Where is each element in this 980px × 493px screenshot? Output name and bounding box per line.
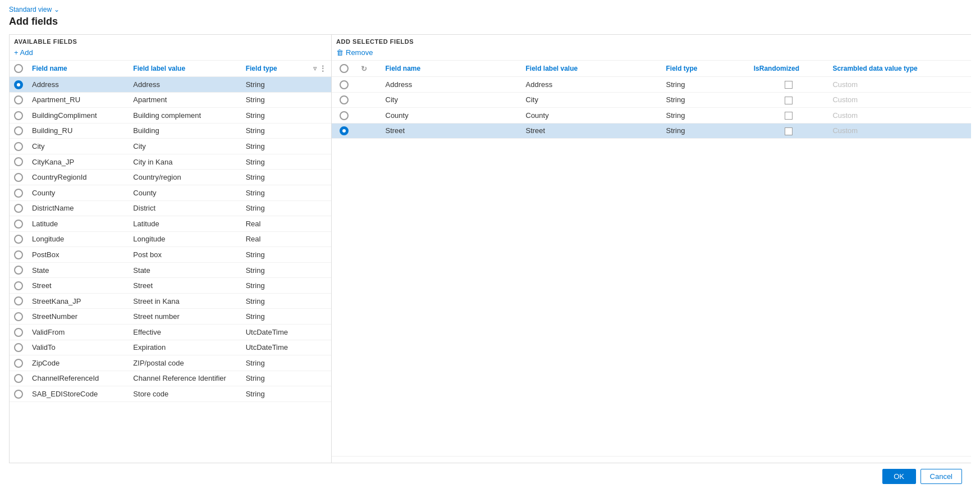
- left-row-radio-cell: [10, 170, 28, 185]
- left-row-radio-cell: [10, 293, 28, 309]
- left-row-fieldname: ValidFrom: [28, 325, 129, 340]
- left-row-fieldlabel: State: [129, 262, 241, 278]
- panels-container: AVAILABLE FIELDS + Add: [9, 34, 971, 463]
- left-row-fieldname: County: [28, 185, 129, 200]
- left-row-radio[interactable]: [14, 80, 23, 89]
- left-row-radio[interactable]: [14, 204, 23, 213]
- left-row-radio[interactable]: [14, 126, 23, 135]
- right-table-row[interactable]: County County String Custom: [332, 108, 971, 124]
- left-row-radio[interactable]: [14, 220, 23, 229]
- right-row-radio[interactable]: [340, 111, 349, 120]
- right-row-fieldlabel: Street: [521, 123, 662, 139]
- refresh-icon[interactable]: ↻: [361, 65, 367, 73]
- more-icon[interactable]: ⋮: [319, 64, 327, 73]
- right-scrollbar[interactable]: [332, 456, 971, 463]
- left-row-fieldtype: String: [241, 278, 309, 294]
- left-row-radio[interactable]: [14, 312, 23, 321]
- left-table-row[interactable]: State State String: [10, 262, 331, 278]
- left-row-fieldname: ZipCode: [28, 355, 129, 371]
- left-row-radio[interactable]: [14, 157, 23, 166]
- left-row-radio[interactable]: [14, 328, 23, 337]
- filter-icon[interactable]: ▿: [313, 65, 317, 72]
- left-row-actions: [309, 231, 331, 247]
- left-row-radio[interactable]: [14, 296, 23, 305]
- remove-button[interactable]: 🗑 Remove: [336, 48, 373, 57]
- right-select-all-radio[interactable]: [340, 64, 349, 73]
- right-row-isrand-checkbox[interactable]: [785, 81, 793, 89]
- right-col-fieldname-header: Field name: [381, 61, 521, 77]
- right-row-refresh-cell: [356, 123, 381, 139]
- right-row-radio[interactable]: [340, 80, 349, 89]
- right-row-isrand-checkbox[interactable]: [785, 112, 793, 120]
- right-row-fieldname: County: [381, 108, 521, 124]
- right-row-fieldlabel: Address: [521, 77, 662, 93]
- left-table-row[interactable]: Address Address String: [10, 77, 331, 93]
- left-row-fieldtype: String: [241, 293, 309, 309]
- left-row-radio[interactable]: [14, 266, 23, 275]
- left-row-fieldlabel: District: [129, 200, 241, 216]
- left-row-radio-cell: [10, 278, 28, 294]
- cancel-button[interactable]: Cancel: [921, 469, 962, 484]
- right-row-scramtype: Custom: [828, 77, 968, 93]
- left-table-row[interactable]: Latitude Latitude Real: [10, 216, 331, 232]
- left-table-row[interactable]: SAB_EDIStoreCode Store code String: [10, 386, 331, 402]
- left-table-row[interactable]: CityKana_JP City in Kana String: [10, 154, 331, 170]
- left-table-row[interactable]: PostBox Post box String: [10, 247, 331, 263]
- left-table-row[interactable]: BuildingCompliment Building complement S…: [10, 108, 331, 124]
- left-table-row[interactable]: Apartment_RU Apartment String: [10, 92, 331, 108]
- view-switcher[interactable]: Standard view ⌄: [9, 6, 971, 13]
- right-row-isrand-checkbox[interactable]: [785, 127, 793, 135]
- left-row-radio[interactable]: [14, 390, 23, 399]
- select-all-radio[interactable]: [14, 64, 23, 73]
- right-row-scramval: [968, 92, 971, 108]
- left-row-actions: [309, 325, 331, 340]
- right-row-radio[interactable]: [340, 126, 349, 135]
- left-row-radio-cell: [10, 154, 28, 170]
- left-table-row[interactable]: CountryRegionId Country/region String: [10, 170, 331, 185]
- left-table-row[interactable]: County County String: [10, 185, 331, 200]
- left-row-radio-cell: [10, 325, 28, 340]
- right-row-fieldname: Street: [381, 123, 521, 139]
- left-table-row[interactable]: Building_RU Building String: [10, 123, 331, 139]
- left-table-row[interactable]: ZipCode ZIP/postal code String: [10, 355, 331, 371]
- left-table-row[interactable]: StreetKana_JP Street in Kana String: [10, 293, 331, 309]
- left-table-row[interactable]: Longitude Longitude Real: [10, 231, 331, 247]
- left-table-row[interactable]: City City String: [10, 139, 331, 154]
- left-table-row[interactable]: ValidFrom Effective UtcDateTime: [10, 325, 331, 340]
- left-row-radio[interactable]: [14, 173, 23, 182]
- left-row-radio[interactable]: [14, 111, 23, 120]
- left-row-radio-cell: [10, 185, 28, 200]
- left-row-radio-cell: [10, 108, 28, 124]
- right-row-scramtype-value: Custom: [832, 95, 858, 104]
- left-table-row[interactable]: ChannelReferenceId Channel Reference Ide…: [10, 371, 331, 386]
- left-row-radio[interactable]: [14, 343, 23, 352]
- right-table-row[interactable]: City City String Custom: [332, 92, 971, 108]
- right-table-row[interactable]: Address Address String Custom: [332, 77, 971, 93]
- ok-button[interactable]: OK: [882, 469, 916, 484]
- left-row-radio[interactable]: [14, 359, 23, 368]
- left-row-radio[interactable]: [14, 189, 23, 198]
- left-row-radio[interactable]: [14, 374, 23, 383]
- left-row-radio[interactable]: [14, 281, 23, 290]
- left-row-radio[interactable]: [14, 95, 23, 104]
- left-row-actions: [309, 139, 331, 154]
- left-row-fieldname: Apartment_RU: [28, 92, 129, 108]
- left-row-actions: [309, 170, 331, 185]
- left-table-row[interactable]: Street Street String: [10, 278, 331, 294]
- left-table-row[interactable]: DistrictName District String: [10, 200, 331, 216]
- left-row-fieldlabel: County: [129, 185, 241, 200]
- left-row-radio-cell: [10, 355, 28, 371]
- add-button[interactable]: + Add: [14, 48, 33, 57]
- right-table-row[interactable]: Street Street String Custom: [332, 123, 971, 139]
- right-row-isrand-checkbox[interactable]: [785, 97, 793, 104]
- left-table-row[interactable]: StreetNumber Street number String: [10, 309, 331, 325]
- right-row-radio[interactable]: [340, 95, 349, 104]
- left-row-fieldtype: Real: [241, 231, 309, 247]
- left-row-actions: [309, 293, 331, 309]
- right-row-radio-cell: [332, 77, 356, 93]
- left-row-radio[interactable]: [14, 235, 23, 244]
- left-table-row[interactable]: ValidTo Expiration UtcDateTime: [10, 340, 331, 355]
- right-table-body: Address Address String Custom City City …: [332, 77, 971, 139]
- left-row-radio[interactable]: [14, 142, 23, 151]
- left-row-radio[interactable]: [14, 250, 23, 259]
